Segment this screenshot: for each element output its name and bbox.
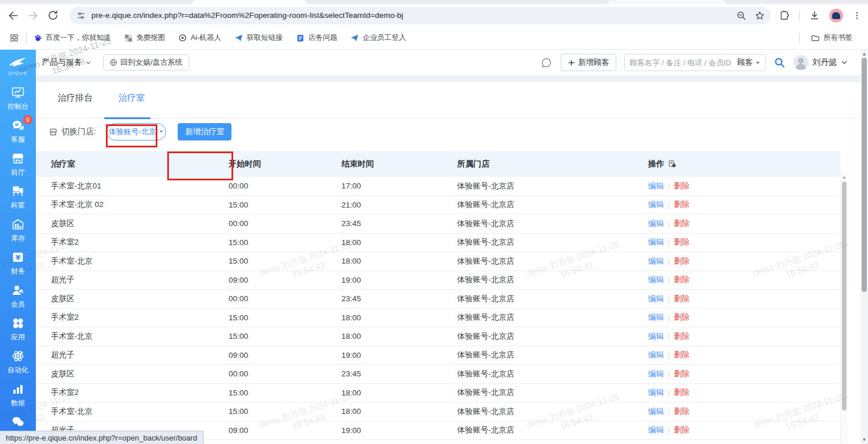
store-icon xyxy=(49,127,58,136)
sidebar-item-data[interactable]: 数据 xyxy=(0,379,36,412)
download-icon[interactable] xyxy=(809,10,820,21)
action-separator: | xyxy=(668,238,670,247)
edit-link[interactable]: 编辑 xyxy=(648,237,664,247)
forward-icon[interactable] xyxy=(23,6,43,25)
table-scrollbar-thumb[interactable] xyxy=(842,182,847,410)
edit-link[interactable]: 编辑 xyxy=(648,350,664,360)
delete-link[interactable]: 删除 xyxy=(674,369,690,379)
delete-link[interactable]: 删除 xyxy=(674,294,690,304)
menu-kebab-icon[interactable] xyxy=(852,11,862,20)
delete-link[interactable]: 删除 xyxy=(674,387,690,398)
delete-link[interactable]: 删除 xyxy=(674,350,690,360)
delete-link[interactable]: 删除 xyxy=(674,199,690,210)
zoom-out-icon[interactable] xyxy=(736,10,746,21)
delete-link[interactable]: 删除 xyxy=(674,425,690,435)
edit-link[interactable]: 编辑 xyxy=(648,181,664,191)
tab-treatment-schedule[interactable]: 治疗排台 xyxy=(58,92,93,103)
sidebar-item-console[interactable]: 控制台 xyxy=(0,82,36,115)
sidebar-item-automation[interactable]: 自动化 xyxy=(0,346,36,379)
delete-link[interactable]: 删除 xyxy=(674,181,690,191)
back-icon[interactable] xyxy=(3,6,23,25)
url-text[interactable]: pre-e.qique.cn/index.php?r=data%2Froom%2… xyxy=(91,11,736,20)
tab-treatment-room[interactable]: 治疗室 xyxy=(119,92,145,103)
edit-link[interactable]: 编辑 xyxy=(648,425,664,435)
profile-avatar[interactable] xyxy=(829,9,843,23)
add-treatment-room-button[interactable]: 新增治疗室 xyxy=(178,123,232,140)
document-icon xyxy=(296,34,305,43)
reload-icon[interactable] xyxy=(43,6,62,25)
add-customer-button[interactable]: 新增顾客 xyxy=(561,54,616,71)
edit-link[interactable]: 编辑 xyxy=(648,369,664,379)
delete-link[interactable]: 删除 xyxy=(674,219,690,229)
edit-link[interactable]: 编辑 xyxy=(648,199,664,210)
table-row: 皮肤区 00:00 23:45 体验账号-北京店 编辑 | 删除 xyxy=(36,290,840,309)
bookmark-label: 店务问题 xyxy=(308,33,337,43)
table-scrollbar[interactable]: ▲ xyxy=(840,172,847,444)
bookmark-employee-login[interactable]: 企业员工登入 xyxy=(350,33,406,43)
sidebar-item-label: 财务 xyxy=(11,267,25,276)
start-time: 15:00 xyxy=(229,407,341,416)
room-name: 手术室2 xyxy=(51,387,229,398)
all-bookmarks-label: 所有书签 xyxy=(823,33,852,43)
scroll-up-icon[interactable]: ▲ xyxy=(860,50,868,58)
apps-grid-icon[interactable] xyxy=(9,33,19,43)
edit-link[interactable]: 编辑 xyxy=(648,256,664,267)
delete-link[interactable]: 删除 xyxy=(674,237,690,247)
search-icon[interactable] xyxy=(774,57,785,68)
edit-link[interactable]: 编辑 xyxy=(648,219,664,229)
browser-tab-strip xyxy=(0,0,868,4)
bookmark-store-issues[interactable]: 店务问题 xyxy=(296,33,337,43)
start-time: 15:00 xyxy=(229,201,341,209)
sidebar-item-service[interactable]: 0 客服 xyxy=(0,115,36,148)
sidebar-item-finance[interactable]: ¥ 财务 xyxy=(0,247,36,280)
products-menu[interactable]: 产品与服务 xyxy=(42,57,91,68)
room-name: 皮肤区 xyxy=(51,369,229,379)
edit-link[interactable]: 编辑 xyxy=(648,331,664,342)
status-url-tooltip: https://pre-e.qique.cn/index.php?r=open_… xyxy=(0,431,204,444)
bookmark-label: 企业员工登入 xyxy=(363,33,406,43)
search-input[interactable] xyxy=(630,58,734,67)
search-scope-select[interactable]: 顾客 xyxy=(737,57,760,68)
sidebar-item-members[interactable]: v 会员 xyxy=(0,280,36,313)
room-name: 手术室2 xyxy=(51,312,229,323)
customer-search-box[interactable]: 顾客 xyxy=(624,54,766,71)
bookmark-shortlink[interactable]: 获取短链接 xyxy=(234,33,283,43)
site-settings-icon[interactable] xyxy=(76,11,86,20)
store-select-dropdown[interactable]: 体验账号-北京 xyxy=(106,123,166,140)
action-separator: | xyxy=(668,369,670,378)
sidebar-item-front-desk[interactable]: 前厅 xyxy=(0,148,36,181)
edit-link[interactable]: 编辑 xyxy=(648,312,664,323)
bookmark-koutu[interactable]: 免费抠图 xyxy=(124,33,165,43)
sidebar-item-inventory[interactable]: 库存 xyxy=(0,214,36,247)
page-scrollbar[interactable]: ▲ ▼ xyxy=(860,50,868,444)
delete-link[interactable]: 删除 xyxy=(674,256,690,267)
column-lock-icon[interactable] xyxy=(668,160,676,168)
edit-link[interactable]: 编辑 xyxy=(648,275,664,285)
table-row: 超光子 09:00 19:00 体验账号-北京店 编辑 | 删除 xyxy=(36,271,840,290)
delete-link[interactable]: 删除 xyxy=(674,312,690,323)
back-to-system-button[interactable]: 回到女娲/盘古系统 xyxy=(103,54,189,71)
page-scrollbar-thumb[interactable] xyxy=(862,58,867,292)
message-bubble-icon[interactable] xyxy=(540,57,553,69)
extensions-icon[interactable] xyxy=(779,10,790,21)
scroll-down-icon[interactable]: ▼ xyxy=(860,436,868,443)
scroll-up-icon[interactable]: ▲ xyxy=(841,173,848,180)
user-menu[interactable]: 刘丹懿 xyxy=(793,55,848,70)
edit-link[interactable]: 编辑 xyxy=(648,406,664,417)
bookmark-star-icon[interactable] xyxy=(755,10,765,21)
all-bookmarks[interactable]: 所有书签 xyxy=(811,33,852,43)
bookmark-ai-robot[interactable]: Ai-机器人 xyxy=(178,33,222,43)
bookmark-baidu[interactable]: 百度一下，你就知道 xyxy=(33,33,111,43)
app-logo[interactable]: QIQUE xyxy=(0,50,36,82)
url-bar[interactable]: pre-e.qique.cn/index.php?r=data%2Froom%2… xyxy=(69,7,771,24)
sidebar-item-apps[interactable]: 应用 xyxy=(0,313,36,346)
delete-link[interactable]: 删除 xyxy=(674,331,690,342)
sidebar-item-department[interactable]: 科室 xyxy=(0,181,36,214)
edit-link[interactable]: 编辑 xyxy=(648,387,664,398)
edit-link[interactable]: 编辑 xyxy=(648,294,664,304)
action-separator: | xyxy=(668,257,670,265)
add-customer-label: 新增顾客 xyxy=(578,57,609,68)
delete-link[interactable]: 删除 xyxy=(674,275,690,285)
paper-plane-icon xyxy=(350,34,359,43)
delete-link[interactable]: 删除 xyxy=(674,406,690,417)
